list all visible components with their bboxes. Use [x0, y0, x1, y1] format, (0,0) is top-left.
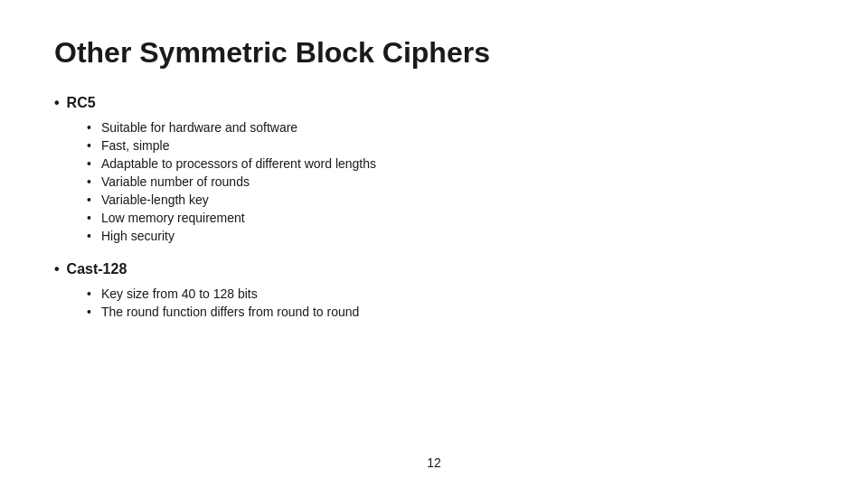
list-item: The round function differs from round to… [87, 305, 814, 319]
rc5-sub-list: Suitable for hardware and software Fast,… [87, 120, 814, 243]
list-item: Low memory requirement [87, 211, 814, 225]
cast128-sub-list: Key size from 40 to 128 bits The round f… [87, 286, 814, 319]
page-number: 12 [427, 455, 441, 470]
rc5-heading: RC5 [54, 95, 814, 111]
list-item: Variable-length key [87, 192, 814, 207]
cast128-section: Cast-128 Key size from 40 to 128 bits Th… [54, 261, 814, 319]
list-item: Variable number of rounds [87, 174, 814, 189]
slide: Other Symmetric Block Ciphers RC5 Suitab… [0, 0, 868, 488]
content-area: RC5 Suitable for hardware and software F… [54, 95, 814, 319]
list-item: Key size from 40 to 128 bits [87, 286, 814, 301]
list-item: High security [87, 229, 814, 243]
cast128-heading: Cast-128 [54, 261, 814, 277]
list-item: Adaptable to processors of different wor… [87, 156, 814, 171]
rc5-section: RC5 Suitable for hardware and software F… [54, 95, 814, 243]
slide-title: Other Symmetric Block Ciphers [54, 36, 814, 70]
list-item: Suitable for hardware and software [87, 120, 814, 135]
list-item: Fast, simple [87, 138, 814, 153]
